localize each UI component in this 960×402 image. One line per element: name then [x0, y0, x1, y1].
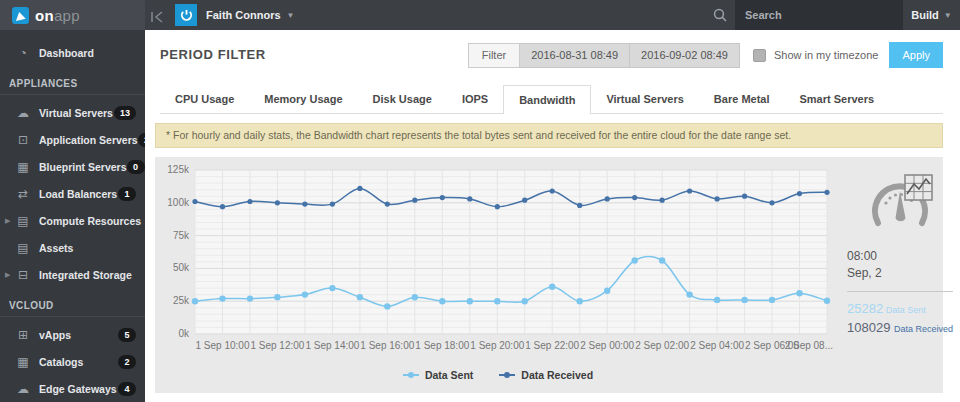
data-received-stat: 108029 Data Received [847, 319, 953, 338]
date-to-field[interactable]: 2016-09-02 08:49 [630, 43, 740, 68]
tooltip-time: 08:00 [847, 248, 953, 265]
tab-virtual-servers[interactable]: Virtual Servers [591, 85, 698, 113]
date-from-field[interactable]: 2016-08-31 08:49 [520, 43, 630, 68]
sidebar-item-integrated-storage[interactable]: ▶⊟Integrated Storage [0, 261, 145, 288]
count-badge: 1 [118, 187, 136, 201]
grid-table-icon: ⊞ [14, 329, 32, 341]
sidebar-item-application-servers[interactable]: ⊡Application Servers2 [0, 126, 145, 153]
expand-arrow-icon[interactable]: ▶ [5, 271, 14, 279]
svg-text:50k: 50k [173, 262, 190, 273]
logo-text-app: app [54, 7, 80, 24]
sidebar-item-dashboard[interactable]: ◔Dashboard [0, 39, 145, 66]
count-badge: 5 [118, 328, 136, 342]
count-badge: 0 [127, 160, 145, 174]
dashboard-gauge-icon: ◔ [14, 47, 32, 59]
sidebar-item-label: Assets [39, 242, 136, 254]
notice-banner: * For hourly and daily stats, the Bandwi… [155, 123, 943, 148]
sidebar-item-label: Virtual Servers [39, 107, 114, 119]
sidebar-item-compute-resources[interactable]: ▶▤Compute Resources [0, 207, 145, 234]
sidebar-item-load-balancers[interactable]: ⇄Load Balancers1 [0, 180, 145, 207]
data-received-marker-icon [499, 374, 515, 376]
legend-item-data-sent[interactable]: Data Sent [403, 369, 473, 381]
sidebar-section-header: APPLIANCES [0, 70, 145, 95]
timezone-checkbox[interactable] [753, 49, 766, 62]
bandwidth-chart[interactable]: 0k25k50k75k100k125k1 Sep 10:001 Sep 12:0… [159, 162, 837, 364]
page-title: PERIOD FILTER [160, 47, 266, 62]
sidebar-item-label: Compute Resources [39, 215, 141, 227]
sidebar-item-catalogs[interactable]: ▦Catalogs2 [0, 348, 145, 375]
sidebar-collapse-icon[interactable] [150, 9, 164, 21]
main-content: PERIOD FILTER Filter 2016-08-31 08:49 20… [145, 30, 960, 402]
logo[interactable]: on app [0, 0, 145, 30]
sidebar-item-virtual-servers[interactable]: ☁Virtual Servers13 [0, 99, 145, 126]
data-sent-marker-icon [403, 374, 419, 376]
data-received-label: Data Received [894, 324, 953, 334]
apply-button[interactable]: Apply [889, 42, 943, 68]
data-sent-label: Data Sent [883, 305, 926, 315]
svg-text:1 Sep 12:00: 1 Sep 12:00 [250, 340, 304, 351]
sidebar-item-label: Dashboard [39, 47, 136, 59]
top-bar: on app Faith Connors ▼ Search Build ▼ [0, 0, 960, 30]
search-icon[interactable] [713, 8, 727, 26]
x-axis-labels: 1 Sep 10:001 Sep 12:001 Sep 14:001 Sep 1… [196, 340, 833, 351]
period-filter-bar: Filter 2016-08-31 08:49 2016-09-02 08:49… [468, 42, 943, 68]
tab-smart-servers[interactable]: Smart Servers [785, 85, 890, 113]
shuffle-arrows-icon: ⇄ [14, 188, 32, 200]
timezone-toggle[interactable]: Show in my timezone [753, 49, 879, 62]
svg-text:2 Sep 02:00: 2 Sep 02:00 [635, 340, 689, 351]
svg-text:2 Sep 04:00: 2 Sep 04:00 [690, 340, 744, 351]
sidebar-item-edge-gateways[interactable]: ☁Edge Gateways4 [0, 375, 145, 402]
svg-text:1 Sep 20:00: 1 Sep 20:00 [470, 340, 524, 351]
svg-text:25k: 25k [173, 295, 190, 306]
search-placeholder: Search [745, 9, 782, 21]
user-avatar [175, 4, 197, 26]
chart-column: 0k25k50k75k100k125k1 Sep 10:001 Sep 12:0… [159, 162, 837, 393]
y-axis-labels: 0k25k50k75k100k125k [167, 164, 190, 339]
cloud-icon: ☁ [14, 107, 32, 119]
tooltip-date: Sep, 2 [847, 265, 953, 282]
logo-text-on: on [35, 7, 54, 24]
divider [847, 291, 953, 292]
chart-legend: Data SentData Received [159, 364, 837, 386]
build-label: Build [911, 9, 939, 21]
tab-memory-usage[interactable]: Memory Usage [249, 85, 357, 113]
sidebar-item-label: Catalogs [39, 356, 118, 368]
tab-iops[interactable]: IOPS [447, 85, 503, 113]
data-sent-stat: 25282 Data Sent [847, 300, 953, 319]
svg-text:100k: 100k [167, 197, 190, 208]
svg-text:1 Sep 18:00: 1 Sep 18:00 [415, 340, 469, 351]
svg-text:1 Sep 16:00: 1 Sep 16:00 [360, 340, 414, 351]
svg-text:125k: 125k [167, 164, 190, 175]
tab-cpu-usage[interactable]: CPU Usage [160, 85, 249, 113]
tab-bandwidth[interactable]: Bandwidth [503, 85, 591, 114]
sidebar-item-label: Load Balancers [39, 188, 118, 200]
cloud-gear-icon: ☁ [14, 383, 32, 395]
legend-label: Data Sent [425, 369, 473, 381]
count-badge: 2 [118, 355, 136, 369]
legend-item-data-received[interactable]: Data Received [499, 369, 593, 381]
sidebar-item-label: Application Servers [39, 134, 138, 146]
filter-button[interactable]: Filter [468, 43, 520, 68]
catalog-table-icon: ▦ [14, 356, 32, 368]
search-input[interactable]: Search [735, 0, 903, 30]
svg-text:75k: 75k [173, 230, 190, 241]
count-badge: 13 [114, 106, 136, 120]
tab-disk-usage[interactable]: Disk Usage [358, 85, 447, 113]
sidebar-item-blueprint-servers[interactable]: ▦Blueprint Servers0 [0, 153, 145, 180]
sidebar-item-vapps[interactable]: ⊞vApps5 [0, 321, 145, 348]
user-name: Faith Connors [206, 9, 281, 21]
chart-panel: 0k25k50k75k100k125k1 Sep 10:001 Sep 12:0… [155, 157, 943, 393]
chevron-down-icon: ▼ [287, 11, 295, 20]
svg-text:1 Sep 10:00: 1 Sep 10:00 [196, 340, 250, 351]
chevron-down-icon: ▼ [944, 11, 952, 20]
user-menu[interactable]: Faith Connors ▼ [175, 4, 294, 26]
sidebar-item-label: vApps [39, 329, 118, 341]
sidebar-item-assets[interactable]: ▤Assets [0, 234, 145, 261]
expand-arrow-icon[interactable]: ▶ [5, 217, 14, 225]
data-received-value: 108029 [847, 320, 890, 335]
data-sent-value: 25282 [847, 301, 883, 316]
sidebar-item-label: Integrated Storage [39, 269, 136, 281]
sidebar-nav: ◔DashboardAPPLIANCES☁Virtual Servers13⊡A… [0, 30, 145, 402]
tab-bare-metal[interactable]: Bare Metal [699, 85, 785, 113]
build-menu-button[interactable]: Build ▼ [903, 0, 960, 30]
